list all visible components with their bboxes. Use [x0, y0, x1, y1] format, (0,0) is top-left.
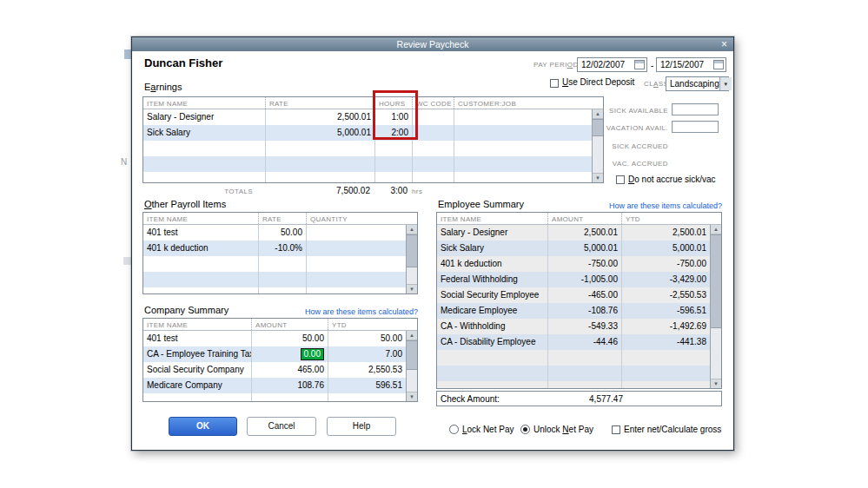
item-cell[interactable]: Social Security Employee [437, 287, 547, 303]
customer-job-cell[interactable] [454, 125, 592, 141]
earnings-row[interactable]: Sick Salary 5,000.01 2:00 [143, 125, 592, 141]
employee-summary-row[interactable]: Salary - Designer 2,500.01 2,500.01 [437, 225, 710, 241]
lock-net-pay-radio[interactable] [449, 425, 459, 434]
close-icon[interactable]: × [721, 38, 727, 50]
other-payroll-row[interactable]: 401 k deduction -10.0% [143, 241, 406, 256]
amount-cell[interactable]: -108.76 [547, 303, 621, 319]
help-button[interactable]: Help [327, 417, 396, 436]
item-cell[interactable]: 401 test [143, 225, 258, 241]
scroll-down-icon[interactable]: ▼ [711, 379, 721, 388]
scrollbar-thumb[interactable] [407, 234, 417, 267]
item-cell[interactable]: Social Security Company [143, 362, 251, 378]
do-not-accrue-label[interactable]: Do not accrue sick/vac [628, 175, 716, 184]
enter-net-checkbox[interactable] [612, 425, 620, 434]
amount-cell[interactable]: 5,000.01 [547, 241, 621, 256]
employee-summary-row[interactable]: Social Security Employee -465.00 -2,550.… [437, 287, 710, 303]
scroll-down-icon[interactable]: ▼ [407, 392, 417, 401]
lock-net-pay-label[interactable]: Lock Net Pay [462, 425, 514, 434]
use-direct-deposit-checkbox[interactable] [550, 79, 559, 88]
ytd-cell[interactable]: 2,550.53 [328, 362, 406, 378]
ytd-cell[interactable]: -3,429.00 [621, 272, 710, 287]
item-cell[interactable]: 401 k deduction [143, 241, 258, 256]
ytd-cell[interactable]: -596.51 [621, 303, 710, 319]
earnings-row[interactable]: Salary - Designer 2,500.01 1:00 [143, 109, 592, 125]
pay-period-start-field[interactable]: 12/02/2007 [577, 57, 647, 72]
item-cell[interactable]: 401 test [143, 331, 251, 346]
unlock-net-pay-radio[interactable] [520, 425, 530, 434]
vertical-scrollbar[interactable]: ▲ ▼ [406, 331, 417, 401]
employee-summary-row[interactable]: Medicare Employee -108.76 -596.51 [437, 303, 710, 319]
other-payroll-row[interactable]: 401 test 50.00 [143, 225, 406, 241]
employee-summary-row[interactable]: Federal Withholding -1,005.00 -3,429.00 [437, 272, 710, 287]
amount-cell[interactable]: 108.76 [251, 378, 328, 393]
item-cell[interactable]: Federal Withholding [437, 272, 547, 287]
rate-cell[interactable]: -10.0% [258, 241, 306, 256]
pay-period-end-field[interactable]: 12/15/2007 [656, 57, 726, 72]
employee-summary-row[interactable]: Sick Salary 5,000.01 5,000.01 [437, 241, 710, 256]
company-summary-row[interactable]: 401 test 50.00 50.00 [143, 331, 406, 346]
ytd-cell[interactable]: 2,500.01 [621, 225, 710, 241]
scrollbar-thumb[interactable] [711, 234, 721, 328]
amount-cell[interactable]: -44.46 [547, 334, 621, 350]
wc-code-cell[interactable] [412, 109, 454, 125]
ytd-cell[interactable]: 50.00 [328, 331, 406, 346]
item-cell[interactable]: CA - Withholding [437, 319, 547, 334]
cancel-button[interactable]: Cancel [247, 417, 316, 436]
hours-cell[interactable]: 2:00 [374, 125, 412, 141]
company-summary-row[interactable]: Medicare Company 108.76 596.51 [143, 378, 406, 393]
vertical-scrollbar[interactable]: ▲ ▼ [406, 225, 417, 293]
ytd-cell[interactable]: 596.51 [328, 378, 406, 393]
item-cell[interactable]: 401 k deduction [437, 256, 547, 272]
item-cell[interactable]: Salary - Designer [437, 225, 547, 241]
company-calculation-help-link[interactable]: How are these items calculated? [271, 307, 418, 316]
ytd-cell[interactable]: -750.00 [621, 256, 710, 272]
amount-cell[interactable]: 50.00 [251, 331, 328, 346]
ytd-cell[interactable]: 7.00 [328, 346, 406, 362]
company-summary-row[interactable]: CA - Employee Training Tax 0.00 7.00 [143, 346, 406, 362]
ytd-cell[interactable]: -441.38 [621, 334, 710, 350]
sick-available-field[interactable] [672, 103, 719, 115]
quantity-cell[interactable] [306, 225, 406, 241]
item-cell[interactable]: Medicare Employee [437, 303, 547, 319]
do-not-accrue-checkbox[interactable] [616, 175, 625, 184]
vacation-avail-field[interactable] [672, 121, 719, 133]
scroll-down-icon[interactable]: ▼ [593, 173, 603, 182]
unlock-net-pay-label[interactable]: Unlock Net Pay [533, 425, 593, 434]
amount-cell[interactable]: -750.00 [547, 256, 621, 272]
scroll-down-icon[interactable]: ▼ [407, 284, 417, 293]
item-cell[interactable]: CA - Employee Training Tax [143, 346, 251, 362]
ok-button[interactable]: OK [169, 417, 237, 436]
amount-cell[interactable]: -465.00 [547, 287, 621, 303]
scroll-up-icon[interactable]: ▲ [407, 331, 417, 340]
amount-cell[interactable]: 465.00 [251, 362, 328, 378]
item-cell[interactable]: Salary - Designer [143, 109, 265, 125]
amount-cell[interactable]: 2,500.01 [547, 225, 621, 241]
ytd-cell[interactable]: -1,492.69 [621, 319, 710, 334]
class-dropdown[interactable]: Landscaping ▾ [666, 76, 729, 91]
enter-net-label[interactable]: Enter net/Calculate gross [624, 425, 721, 434]
wc-code-cell[interactable] [412, 125, 454, 141]
employee-calculation-help-link[interactable]: How are these items calculated? [549, 201, 722, 210]
item-cell[interactable]: Medicare Company [143, 378, 251, 393]
scrollbar-thumb[interactable] [407, 340, 417, 370]
customer-job-cell[interactable] [454, 109, 592, 125]
employee-summary-row[interactable]: CA - Withholding -549.33 -1,492.69 [437, 319, 710, 334]
quantity-cell[interactable] [306, 241, 406, 256]
rate-cell[interactable]: 5,000.01 [265, 125, 374, 141]
item-cell[interactable]: Sick Salary [143, 125, 265, 141]
hours-cell[interactable]: 1:00 [374, 109, 412, 125]
use-direct-deposit-label[interactable]: Use Direct Deposit [562, 77, 634, 87]
employee-summary-row[interactable]: CA - Disability Employee -44.46 -441.38 [437, 334, 710, 350]
item-cell[interactable]: CA - Disability Employee [437, 334, 547, 350]
scroll-up-icon[interactable]: ▲ [711, 225, 721, 234]
amount-cell[interactable]: -549.33 [547, 319, 621, 334]
ytd-cell[interactable]: -2,550.53 [621, 287, 710, 303]
vertical-scrollbar[interactable]: ▲ ▼ [710, 225, 721, 388]
item-cell[interactable]: Sick Salary [437, 241, 547, 256]
calendar-icon[interactable] [634, 60, 645, 69]
rate-cell[interactable]: 50.00 [258, 225, 306, 241]
dropdown-arrow-icon[interactable]: ▾ [719, 77, 732, 90]
amount-cell[interactable]: -1,005.00 [547, 272, 621, 287]
rate-cell[interactable]: 2,500.01 [265, 109, 374, 125]
employee-summary-row[interactable]: 401 k deduction -750.00 -750.00 [437, 256, 710, 272]
